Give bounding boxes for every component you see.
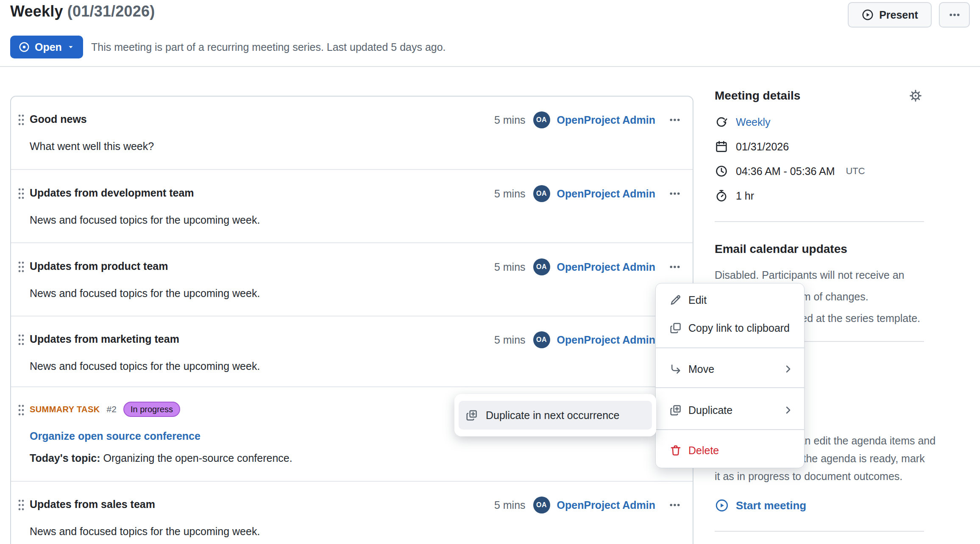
page-title: Weekly (01/31/2026) [10,3,155,20]
agenda-item-meta: 5 minsOAOpenProject Admin [494,497,684,513]
start-meeting-link[interactable]: Start meeting [715,498,806,513]
presenter-link[interactable]: OpenProject Admin [557,499,655,511]
presenter-link[interactable]: OpenProject Admin [557,188,655,200]
stopwatch-icon [715,189,728,203]
agenda-item-more-button[interactable] [665,497,684,513]
detail-time: 04:36 AM - 05:36 AM UTC [715,164,865,178]
agenda-item-meta: 5 minsOAOpenProject Admin [494,111,684,128]
agenda-row-divider [11,316,693,316]
menu-item-duplicate[interactable]: Duplicate [656,399,804,421]
agenda-row-divider [11,481,693,482]
agenda-item-context-menu: EditCopy link to clipboardMoveDuplicateD… [655,283,805,468]
menu-item-label: Duplicate [688,404,732,416]
duplicate-icon [669,404,682,416]
header-divider [0,66,980,67]
menu-item-delete[interactable]: Delete [656,439,804,461]
agenda-item-description: News and focused topics for the upcoming… [30,287,260,300]
meeting-date-suffix: (01/31/2026) [67,3,155,20]
header-more-button[interactable] [939,2,970,28]
submenu-item-label: Duplicate in next occurrence [486,409,619,422]
avatar: OA [533,185,550,202]
presenter-link[interactable]: OpenProject Admin [557,114,655,126]
move-icon [669,363,682,375]
sidebar-divider [715,221,924,222]
chevron-right-icon [782,363,794,375]
work-package-link[interactable]: Organize open source conference [30,430,200,442]
menu-item-move[interactable]: Move [656,358,804,380]
date-value: 01/31/2026 [736,141,789,153]
drag-handle-icon[interactable] [17,333,26,349]
avatar: OA [533,497,550,513]
duration-label: 5 mins [494,188,526,200]
agenda-item-description: Today's topic: Organizing the open-sourc… [30,452,292,464]
agenda-item-description: News and focused topics for the upcoming… [30,525,260,538]
kebab-horizontal-icon [668,114,682,126]
agenda-item-title: Good news [30,113,87,125]
menu-item-label: Copy link to clipboard [688,322,790,334]
agenda-item-more-button[interactable] [665,258,684,275]
drag-handle-icon[interactable] [17,113,26,129]
presenter-link[interactable]: OpenProject Admin [557,334,655,346]
agenda-item-description: News and focused topics for the upcoming… [30,214,260,226]
agenda-item-more-button[interactable] [665,111,684,128]
status-badge[interactable]: In progress [123,402,180,417]
present-button[interactable]: Present [848,2,932,28]
present-label: Present [879,9,918,21]
trash-icon [669,444,682,457]
meeting-title: Weekly [10,3,63,20]
agenda-row-divider [11,386,693,387]
detail-duration: 1 hr [715,189,754,203]
duration-label: 5 mins [494,261,526,273]
kebab-horizontal-icon [668,261,682,273]
status-open-button[interactable]: Open [10,36,83,58]
duration-label: 5 mins [494,499,526,511]
avatar: OA [533,111,550,128]
presenter-link[interactable]: OpenProject Admin [557,261,655,273]
kebab-horizontal-icon [668,499,682,511]
recurring-icon [715,115,728,129]
agenda-item-title: Updates from product team [30,260,168,272]
agenda-row-divider [11,242,693,243]
agenda-row-divider [11,169,693,170]
kebab-horizontal-icon [668,187,682,200]
open-state-line: it as in progress to document outcomes. [715,467,931,485]
menu-item-label: Move [688,363,714,375]
kebab-horizontal-icon [948,8,961,21]
sidebar-divider [715,531,924,532]
agenda-item-description: News and focused topics for the upcoming… [30,360,260,372]
start-meeting-label: Start meeting [736,499,806,512]
issue-open-icon [18,41,31,53]
menu-item-copy-link-to-clipboard[interactable]: Copy link to clipboard [656,317,804,339]
avatar: OA [533,331,550,348]
email-updates-heading: Email calendar updates [715,242,924,256]
menu-item-edit[interactable]: Edit [656,289,804,311]
duplicate-icon [465,409,478,422]
drag-handle-icon[interactable] [17,498,26,514]
calendar-icon [715,140,728,153]
agenda-list: Good newsWhat went well this week?5 mins… [10,96,693,544]
agenda-item-meta: 5 minsOAOpenProject Admin [494,185,684,202]
agenda-item-title: Updates from development team [30,187,194,199]
agenda-item-more-button[interactable] [665,185,684,202]
agenda-item-title: Updates from sales team [30,498,155,511]
caret-down-icon [66,42,75,52]
drag-handle-icon[interactable] [17,403,26,419]
meeting-details-heading: Meeting details [715,89,924,103]
agenda-item-title: Updates from marketing team [30,333,179,345]
gear-icon[interactable] [907,87,924,104]
duration-label: 5 mins [494,114,526,126]
play-circle-icon [715,498,729,513]
duplicate-submenu-popup: Duplicate in next occurrence [454,394,656,436]
menu-item-duplicate-in-next-occurrence[interactable]: Duplicate in next occurrence [459,401,652,430]
agenda-item-description: What went well this week? [30,140,154,153]
drag-handle-icon[interactable] [17,260,26,276]
work-package-type-label: SUMMARY TASK [30,405,100,414]
drag-handle-icon[interactable] [17,186,26,203]
timezone-label: UTC [846,166,865,177]
duration-value: 1 hr [736,190,754,202]
menu-divider [656,347,804,348]
frequency-link[interactable]: Weekly [736,116,771,128]
chevron-right-icon [782,404,794,416]
copy-icon [669,322,682,334]
agenda-item-meta: 5 minsOAOpenProject Admin [494,258,684,275]
